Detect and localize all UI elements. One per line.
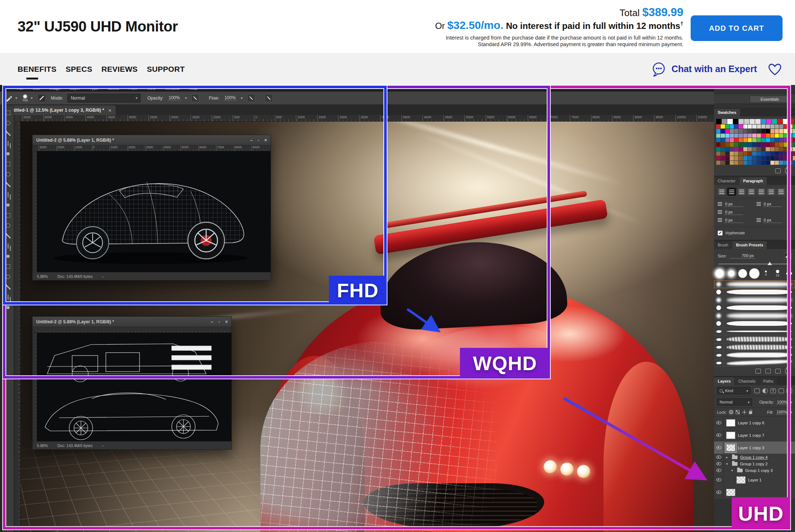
chat-with-expert[interactable]: Chat with an Expert	[651, 53, 757, 85]
hand-tool-icon[interactable]	[5, 294, 11, 301]
swatch[interactable]	[734, 152, 738, 156]
brush-tip[interactable]: 15	[772, 267, 784, 280]
eyedropper-tool-icon[interactable]	[5, 161, 11, 167]
swatch[interactable]	[784, 147, 788, 151]
pen-tool-icon[interactable]	[5, 253, 11, 260]
swatch[interactable]	[748, 147, 752, 151]
swatch[interactable]	[730, 138, 734, 142]
open-preset-manager-icon[interactable]	[765, 369, 771, 373]
swatch[interactable]	[716, 119, 721, 124]
brush-preset-row[interactable]	[714, 312, 795, 320]
layer-row[interactable]: ▾Group 1 copy 2	[714, 461, 795, 467]
tab-paths[interactable]: Paths	[759, 377, 777, 385]
gradient-tool-icon[interactable]	[5, 222, 11, 229]
brush-preset-row[interactable]	[714, 343, 795, 351]
space-before-field[interactable]: 0 px	[718, 217, 753, 223]
swatch[interactable]	[770, 138, 774, 142]
swatch[interactable]	[730, 152, 734, 156]
swatch[interactable]	[779, 152, 783, 156]
swatch[interactable]	[725, 156, 729, 160]
layer-row[interactable]: Layer 1 copy 7	[714, 429, 795, 442]
shape-tool-icon[interactable]	[5, 284, 11, 290]
healing-brush-tool-icon[interactable]	[5, 171, 11, 178]
swatch[interactable]	[721, 124, 725, 129]
swatch[interactable]	[752, 124, 756, 129]
tab-layers[interactable]: Layers	[714, 377, 735, 385]
tab-reviews[interactable]: REVIEWS	[101, 65, 138, 74]
visibility-cell[interactable]	[714, 467, 724, 473]
workspace-switcher[interactable]: Essentials	[750, 96, 790, 103]
marquee-tool-icon[interactable]	[5, 120, 11, 126]
swatch[interactable]	[793, 134, 795, 138]
left-indent-field[interactable]: 0 px	[718, 201, 753, 207]
swatch[interactable]	[752, 147, 756, 151]
tab-brush-presets[interactable]: Brush Presets	[732, 241, 768, 249]
swatch[interactable]	[793, 156, 795, 160]
swatch[interactable]	[793, 129, 795, 133]
swatch[interactable]	[784, 156, 788, 160]
swatch[interactable]	[739, 161, 743, 165]
swatch[interactable]	[721, 138, 725, 142]
zoom-tool-icon[interactable]	[5, 304, 11, 311]
swatch[interactable]	[752, 152, 756, 156]
swatch[interactable]	[739, 142, 743, 146]
swatch[interactable]	[775, 142, 779, 146]
lock-transparency-icon[interactable]	[729, 410, 733, 414]
swatch[interactable]	[788, 161, 792, 165]
filter-pixel-layers-icon[interactable]	[754, 388, 760, 393]
window-title-bar[interactable]: Untitled-2 @ 5.88% (Layer 1, RGB/8) * – …	[33, 135, 271, 145]
swatch[interactable]	[770, 134, 774, 138]
layer-row[interactable]: Layer 1 copy 3	[714, 442, 795, 454]
swatch[interactable]	[761, 156, 765, 160]
swatch[interactable]	[734, 138, 738, 142]
minimize-icon[interactable]: –	[250, 138, 253, 143]
brush-tip[interactable]	[737, 267, 749, 280]
swatch[interactable]	[766, 129, 770, 133]
swatch[interactable]	[739, 138, 743, 142]
menu-type[interactable]: Type	[90, 86, 99, 90]
document-tab[interactable]: Untitled-1 @ 12.5% (Layer 1 copy 3, RGB/…	[3, 105, 116, 115]
swatch[interactable]	[744, 119, 749, 124]
swatch[interactable]	[775, 161, 779, 165]
swatch[interactable]	[770, 142, 774, 146]
swatch[interactable]	[793, 147, 795, 151]
swatch[interactable]	[770, 156, 774, 160]
swatch[interactable]	[734, 142, 738, 146]
swatch[interactable]	[752, 138, 756, 142]
brush-preset-row[interactable]	[714, 328, 795, 336]
menu-file[interactable]: File	[17, 86, 23, 90]
swatch[interactable]	[761, 134, 765, 138]
maximize-icon[interactable]: ▫	[258, 138, 259, 143]
swatch[interactable]	[730, 124, 734, 129]
swatch[interactable]	[748, 156, 752, 160]
path-select-tool-icon[interactable]	[5, 274, 11, 280]
swatch[interactable]	[716, 152, 720, 156]
swatch[interactable]	[725, 124, 729, 129]
brush-size-field[interactable]: 700 px	[729, 253, 755, 258]
swatch[interactable]	[783, 119, 788, 124]
align-button-1[interactable]	[728, 188, 736, 195]
layer-blend-mode-select[interactable]: Normal ▾	[717, 398, 752, 406]
brush-size-slider[interactable]	[718, 264, 791, 264]
swatch[interactable]	[757, 124, 761, 129]
swatch[interactable]	[739, 147, 743, 151]
swatch[interactable]	[757, 156, 761, 160]
brush-tool-icon[interactable]	[5, 94, 12, 102]
swatch[interactable]	[757, 161, 761, 165]
chevron-down-icon[interactable]: ▾	[15, 96, 17, 100]
swatch[interactable]	[779, 142, 783, 146]
brush-tip[interactable]	[714, 267, 726, 280]
filter-shape-layers-icon[interactable]	[779, 388, 784, 393]
menu-filter[interactable]: Filter	[129, 86, 137, 90]
swatch[interactable]	[730, 142, 734, 146]
swatch[interactable]	[788, 152, 792, 156]
new-swatch-icon[interactable]	[775, 168, 781, 173]
eraser-tool-icon[interactable]	[5, 212, 11, 219]
swatch[interactable]	[788, 156, 792, 160]
swatch[interactable]	[734, 147, 738, 151]
dodge-tool-icon[interactable]	[5, 243, 11, 249]
layer-row[interactable]: Layer 1	[714, 474, 795, 486]
brush-tool-icon[interactable]	[5, 181, 11, 188]
swatch[interactable]	[775, 147, 779, 151]
layer-row[interactable]: Layer 1 copy 6	[714, 417, 795, 429]
